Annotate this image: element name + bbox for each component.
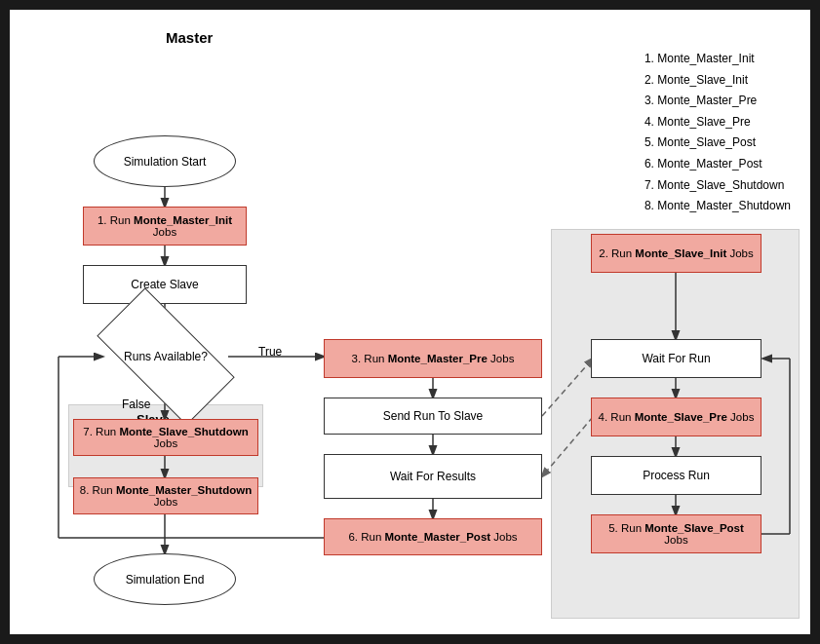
- master-init-node: 1. Run Monte_Master_Init Jobs: [83, 207, 247, 246]
- master-label: Master: [166, 29, 213, 46]
- legend: 1. Monte_Master_Init 2. Monte_Slave_Init…: [644, 49, 791, 217]
- sim-start-node: Simulation Start: [94, 135, 236, 187]
- wait-results-label: Wait For Results: [390, 470, 476, 483]
- master-pre-label: 3. Run Monte_Master_Pre Jobs: [352, 353, 515, 364]
- legend-item-6: 6. Monte_Master_Post: [644, 154, 791, 175]
- wait-results-node: Wait For Results: [324, 454, 542, 499]
- runs-available-label: Runs Available?: [124, 350, 208, 363]
- legend-item-4: 4. Monte_Slave_Pre: [644, 112, 791, 133]
- master-post-node: 6. Run Monte_Master_Post Jobs: [324, 518, 542, 555]
- master-shutdown-node: 8. Run Monte_Master_Shutdown Jobs: [73, 477, 258, 514]
- sim-start-label: Simulation Start: [124, 155, 207, 169]
- legend-item-7: 7. Monte_Slave_Shutdown: [644, 175, 791, 197]
- send-run-node: Send Run To Slave: [324, 398, 542, 435]
- slave-init-node: 2. Run Monte_Slave_Init Jobs: [591, 234, 761, 273]
- legend-item-3: 3. Monte_Master_Pre: [644, 91, 791, 112]
- process-run-node: Process Run: [591, 456, 761, 495]
- send-run-label: Send Run To Slave: [383, 409, 484, 423]
- main-container: Master Slave Slave 1. Monte_Master_Init …: [10, 10, 810, 634]
- legend-item-8: 8. Monte_Master_Shutdown: [644, 196, 791, 217]
- slave-init-label: 2. Run Monte_Slave_Init Jobs: [599, 247, 754, 259]
- create-slave-label: Create Slave: [131, 278, 198, 291]
- wait-run-node: Wait For Run: [591, 339, 761, 378]
- slave-pre-node: 4. Run Monte_Slave_Pre Jobs: [591, 398, 761, 436]
- sim-end-label: Simulation End: [126, 573, 205, 587]
- true-label: True: [258, 345, 282, 359]
- false-label: False: [122, 398, 150, 411]
- master-pre-node: 3. Run Monte_Master_Pre Jobs: [324, 339, 542, 378]
- create-slave-node: Create Slave: [83, 265, 247, 304]
- legend-item-1: 1. Monte_Master_Init: [644, 49, 791, 70]
- sim-end-node: Simulation End: [94, 553, 236, 605]
- wait-run-label: Wait For Run: [642, 352, 710, 365]
- legend-item-5: 5. Monte_Slave_Post: [644, 133, 791, 154]
- runs-available-node: Runs Available?: [102, 322, 229, 391]
- slave-post-label: 5. Run Monte_Slave_Post Jobs: [596, 522, 757, 546]
- slave-post-node: 5. Run Monte_Slave_Post Jobs: [591, 514, 761, 553]
- legend-item-2: 2. Monte_Slave_Init: [644, 70, 791, 92]
- slave-pre-label: 4. Run Monte_Slave_Pre Jobs: [599, 411, 755, 423]
- master-post-label: 6. Run Monte_Master_Post Jobs: [348, 531, 517, 543]
- process-run-label: Process Run: [643, 469, 710, 482]
- slave-shutdown-node: 7. Run Monte_Slave_Shutdown Jobs: [73, 419, 258, 456]
- slave-shutdown-label: 7. Run Monte_Slave_Shutdown Jobs: [78, 426, 254, 449]
- master-init-label: 1. Run Monte_Master_Init Jobs: [88, 214, 242, 238]
- master-shutdown-label: 8. Run Monte_Master_Shutdown Jobs: [78, 484, 254, 508]
